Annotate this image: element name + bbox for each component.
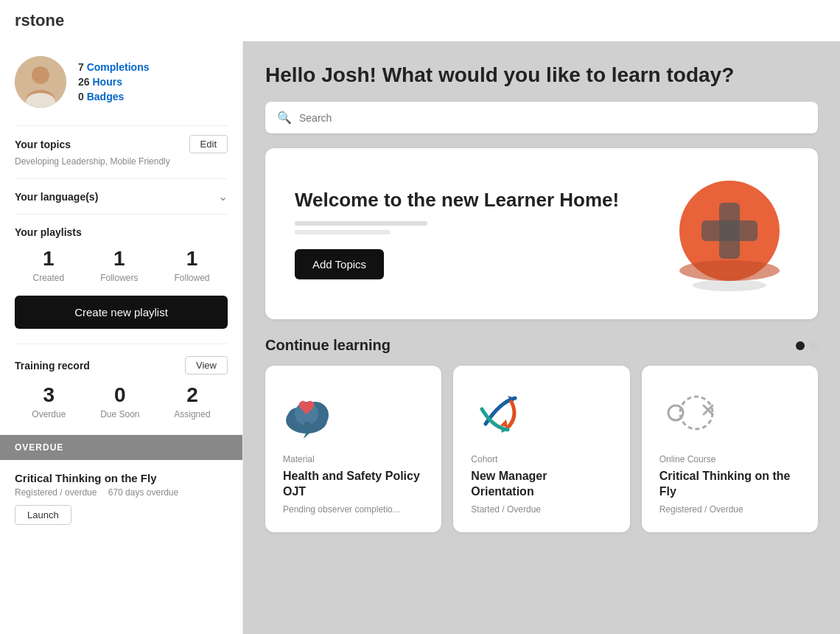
- training-section: Training record View 3 Overdue 0 Due Soo…: [15, 344, 228, 420]
- topics-section: Your topics Edit Developing Leadership, …: [15, 135, 228, 167]
- completions-stat: 7 Completions: [78, 61, 149, 73]
- card-3[interactable]: Online Course Critical Thinking on the F…: [642, 366, 818, 532]
- playlist-followed: 1 Followed: [174, 247, 209, 284]
- playlists-title: Your playlists: [15, 226, 228, 238]
- svg-point-6: [679, 260, 780, 281]
- welcome-text: Welcome to the new Learner Home! Add Top…: [295, 188, 671, 280]
- hours-stat: 26 Hours: [78, 76, 149, 88]
- due-soon-number: 0: [100, 383, 139, 407]
- cards-grid: Material Health and Safety Policy OJT Pe…: [265, 366, 818, 532]
- card-2-type: Cohort: [471, 454, 612, 464]
- due-soon-label: Due Soon: [100, 409, 139, 419]
- edit-topics-button[interactable]: Edit: [189, 135, 228, 153]
- welcome-banner: Welcome to the new Learner Home! Add Top…: [265, 148, 818, 319]
- playlists-section: Your playlists 1 Created 1 Followers 1 F…: [15, 226, 228, 329]
- continue-learning-title: Continue learning: [265, 337, 391, 354]
- dot-1: [796, 341, 805, 350]
- sidebar: 7 Completions 26 Hours 0 Badges Your top…: [0, 41, 243, 634]
- card-2-icon: [471, 383, 530, 442]
- view-training-button[interactable]: View: [185, 356, 228, 375]
- svg-point-17: [680, 397, 713, 429]
- language-title: Your language(s): [15, 191, 98, 203]
- training-assigned: 2 Assigned: [174, 383, 210, 420]
- playlist-created: 1 Created: [32, 247, 64, 284]
- card-3-icon: [659, 383, 718, 442]
- card-3-title: Critical Thinking on the Fly: [659, 469, 800, 500]
- search-icon: 🔍: [277, 111, 292, 125]
- card-1[interactable]: Material Health and Safety Policy OJT Pe…: [265, 366, 441, 532]
- continue-learning-header: Continue learning: [265, 337, 818, 354]
- welcome-lines: [295, 221, 671, 234]
- card-1-type: Material: [283, 454, 424, 464]
- svg-point-4: [693, 279, 766, 291]
- assigned-label: Assigned: [174, 409, 210, 419]
- main-content: Hello Josh! What would you like to learn…: [243, 41, 840, 634]
- divider-1: [15, 125, 228, 126]
- training-stats: 3 Overdue 0 Due Soon 2 Assigned: [15, 383, 228, 420]
- card-1-title: Health and Safety Policy OJT: [283, 469, 424, 500]
- topics-header: Your topics Edit: [15, 135, 228, 153]
- overdue-item-title: Critical Thinking on the Fly: [15, 472, 228, 484]
- greeting: Hello Josh! What would you like to learn…: [265, 63, 818, 87]
- card-3-type: Online Course: [659, 454, 800, 464]
- language-section[interactable]: Your language(s) ⌄: [15, 178, 228, 215]
- playlist-stats: 1 Created 1 Followers 1 Followed: [15, 247, 228, 284]
- badges-stat: 0 Badges: [78, 91, 149, 102]
- card-3-status: Registered / Overdue: [659, 504, 800, 515]
- created-number: 1: [32, 247, 64, 271]
- profile-stats: 7 Completions 26 Hours 0 Badges: [78, 61, 149, 102]
- pagination-dots: [796, 341, 818, 350]
- profile-section: 7 Completions 26 Hours 0 Badges: [15, 56, 228, 108]
- welcome-title: Welcome to the new Learner Home!: [295, 188, 671, 213]
- assigned-number: 2: [174, 383, 210, 407]
- search-bar[interactable]: 🔍: [265, 102, 818, 133]
- svg-rect-8: [701, 220, 757, 241]
- training-overdue: 3 Overdue: [32, 383, 66, 420]
- topics-subtitle: Developing Leadership, Mobile Friendly: [15, 156, 228, 167]
- svg-point-18: [668, 405, 683, 420]
- card-1-icon: [283, 383, 342, 442]
- create-playlist-button[interactable]: Create new playlist: [15, 296, 228, 329]
- overdue-number: 3: [32, 383, 66, 407]
- card-2-status: Started / Overdue: [471, 504, 612, 515]
- topics-title: Your topics: [15, 139, 71, 150]
- chevron-down-icon: ⌄: [218, 189, 228, 203]
- logo: rstone: [15, 11, 64, 30]
- overdue-item-days: 670 days overdue: [108, 487, 178, 498]
- playlist-followers: 1 Followers: [100, 247, 138, 284]
- training-due-soon: 0 Due Soon: [100, 383, 139, 420]
- dot-2: [809, 341, 818, 350]
- overdue-label: Overdue: [32, 409, 66, 419]
- add-topics-button[interactable]: Add Topics: [295, 249, 384, 279]
- overdue-item: Critical Thinking on the Fly Registered …: [15, 460, 228, 537]
- card-1-status: Pending observer completio...: [283, 504, 424, 515]
- training-title: Training record: [15, 360, 90, 372]
- header: rstone: [0, 0, 840, 41]
- welcome-line-1: [295, 221, 427, 226]
- followers-label: Followers: [100, 273, 138, 283]
- avatar: [15, 56, 66, 108]
- overdue-item-status: Registered / overdue: [15, 487, 97, 498]
- welcome-line-2: [295, 230, 391, 234]
- followed-label: Followed: [174, 273, 209, 283]
- training-header: Training record View: [15, 356, 228, 375]
- launch-button[interactable]: Launch: [15, 505, 71, 525]
- main-layout: 7 Completions 26 Hours 0 Badges Your top…: [0, 41, 840, 634]
- overdue-section: OVERDUE: [0, 435, 242, 460]
- created-label: Created: [32, 273, 64, 283]
- search-input[interactable]: [299, 112, 806, 124]
- card-2-title: New Manager Orientation: [471, 469, 612, 500]
- followers-number: 1: [100, 247, 138, 271]
- overdue-section-title: OVERDUE: [15, 442, 228, 453]
- overdue-item-meta: Registered / overdue 670 days overdue: [15, 487, 228, 498]
- followed-number: 1: [174, 247, 209, 271]
- welcome-icon: [671, 175, 788, 293]
- card-2[interactable]: Cohort New Manager Orientation Started /…: [453, 366, 629, 532]
- svg-point-1: [32, 66, 49, 84]
